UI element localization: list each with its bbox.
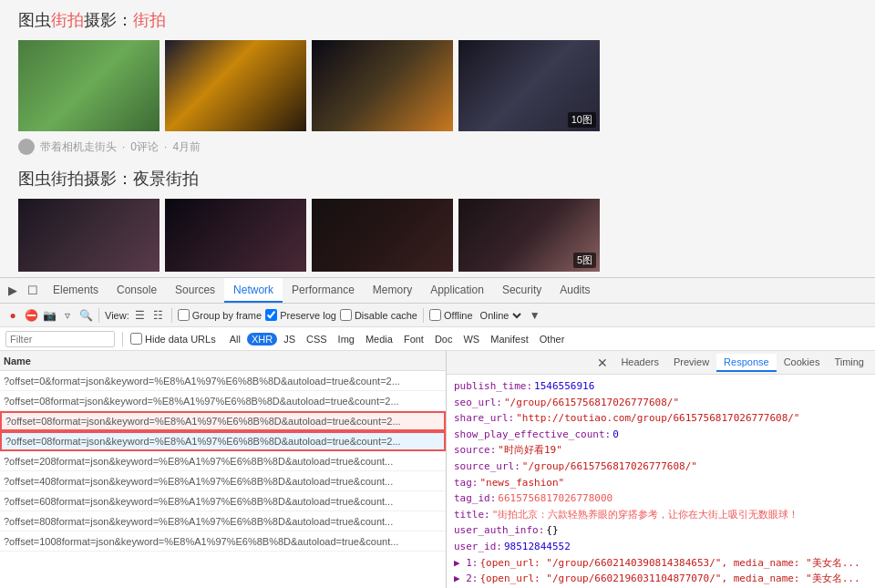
details-row: publish_time: 1546556916 xyxy=(454,378,868,395)
filter-img[interactable]: Img xyxy=(334,333,359,346)
page-content: 图虫街拍摄影：街拍 10图 带着相机走街头 · 0评论 · 4月前 图虫街拍摄影… xyxy=(0,0,875,277)
details-row: seo_url: "/group/6615756817026777608/" xyxy=(454,395,868,411)
search-button[interactable]: 🔍 xyxy=(78,308,93,323)
article-1-images: 10图 xyxy=(18,40,857,131)
details-tab-timing[interactable]: Timing xyxy=(827,354,871,372)
request-rows[interactable]: ?offset=0&format=json&keyword=%E8%A1%97%… xyxy=(0,371,446,588)
details-row: tag_id: 6615756817026778000 xyxy=(454,490,868,507)
hide-data-urls-label[interactable]: Hide data URLs xyxy=(130,333,216,345)
image-thumb-2 xyxy=(165,40,306,131)
preserve-log-checkbox[interactable] xyxy=(265,309,277,321)
details-tab-preview[interactable]: Preview xyxy=(666,354,716,372)
article-1: 图虫街拍摄影：街拍 10图 带着相机走街头 · 0评论 · 4月前 xyxy=(18,9,857,155)
request-row[interactable]: ?offset=0&format=json&keyword=%E8%A1%97%… xyxy=(0,371,446,391)
filter-button[interactable]: ▿ xyxy=(60,308,75,323)
tab-memory[interactable]: Memory xyxy=(364,278,421,303)
details-close-btn[interactable]: ✕ xyxy=(592,356,613,370)
filter-all[interactable]: All xyxy=(225,333,245,346)
toolbar-divider-3 xyxy=(423,308,424,323)
request-list-header: Name xyxy=(0,351,446,371)
article-2-title: 图虫街拍摄影：夜景街拍 xyxy=(18,168,857,190)
filter-doc[interactable]: Doc xyxy=(430,333,458,346)
details-row: share_url: "http://toutiao.com/group/661… xyxy=(454,410,868,427)
image-thumb-4: 10图 xyxy=(458,40,600,131)
details-tab-cookies[interactable]: Cookies xyxy=(777,354,828,372)
list-view-btn[interactable]: ☰ xyxy=(133,308,148,323)
filter-bar: Hide data URLs All XHR JS CSS Img Media … xyxy=(0,327,875,351)
tab-application[interactable]: Application xyxy=(421,278,493,303)
filter-media[interactable]: Media xyxy=(361,333,397,346)
offline-checkbox-label[interactable]: Offline xyxy=(429,309,473,321)
request-row[interactable]: ?offset=1008format=json&keyword=%E8%A1%9… xyxy=(0,531,446,552)
request-row[interactable]: ?offset=408format=json&keyword=%E8%A1%97… xyxy=(0,471,446,491)
toolbar-divider-2 xyxy=(171,308,172,323)
tab-performance[interactable]: Performance xyxy=(283,278,364,303)
details-tab-headers[interactable]: Headers xyxy=(613,354,666,372)
devtools-tab-bar: ▶ ☐ Elements Console Sources Network Per… xyxy=(0,278,875,304)
view-label: View: xyxy=(105,310,129,321)
tab-network[interactable]: Network xyxy=(224,278,283,303)
filter-manifest[interactable]: Manifest xyxy=(486,333,533,346)
device-icon[interactable]: ☐ xyxy=(24,282,42,300)
network-main: Name ?offset=0&format=json&keyword=%E8%A… xyxy=(0,351,875,588)
image-thumb-1 xyxy=(18,40,160,131)
details-row: source_url: "/group/6615756817026777608/… xyxy=(454,459,868,475)
details-row: ▶ 2: {open_url: "/group/6602196031104877… xyxy=(454,571,868,587)
filter-other[interactable]: Other xyxy=(535,333,570,346)
request-row[interactable]: ?offset=08format=json&keyword=%E8%A1%97%… xyxy=(0,391,446,411)
tab-sources[interactable]: Sources xyxy=(166,278,224,303)
network-toolbar: ● ⛔ 📷 ▿ 🔍 View: ☰ ☷ Group by frame Prese… xyxy=(0,304,875,327)
tab-elements[interactable]: Elements xyxy=(44,278,108,303)
image-thumb-8: 5图 xyxy=(458,199,600,272)
inspect-icon[interactable]: ▶ xyxy=(4,282,22,300)
image-badge-1: 10图 xyxy=(568,112,596,128)
article-1-meta: 带着相机走街头 · 0评论 · 4月前 xyxy=(18,139,857,155)
details-tab-response[interactable]: Response xyxy=(716,354,777,372)
toolbar-divider-1 xyxy=(98,308,99,323)
request-row[interactable]: ?offset=208format=json&keyword=%E8%A1%97… xyxy=(0,451,446,471)
filter-xhr[interactable]: XHR xyxy=(247,333,277,346)
throttle-select[interactable]: Online xyxy=(477,309,524,322)
request-row[interactable]: ?offset=08format=json&keyword=%E8%A1%97%… xyxy=(0,431,446,451)
image-badge-2: 5图 xyxy=(573,253,596,268)
details-panel: ✕ Headers Preview Response Cookies Timin… xyxy=(447,351,875,588)
devtools-panel: ▶ ☐ Elements Console Sources Network Per… xyxy=(0,277,875,588)
article-2: 图虫街拍摄影：夜景街拍 5图 xyxy=(18,168,857,272)
camera-button[interactable]: 📷 xyxy=(42,308,57,323)
image-thumb-7 xyxy=(312,199,453,272)
filter-css[interactable]: CSS xyxy=(302,333,332,346)
author-avatar xyxy=(18,139,35,155)
details-row: ▶ 1: {open_url: "/group/6602140390814384… xyxy=(454,555,868,572)
filter-input[interactable] xyxy=(5,331,115,347)
details-tab-bar: ✕ Headers Preview Response Cookies Timin… xyxy=(447,351,875,375)
offline-checkbox[interactable] xyxy=(429,309,441,321)
filter-font[interactable]: Font xyxy=(399,333,428,346)
throttle-dropdown-icon[interactable]: ▼ xyxy=(528,308,542,323)
request-list: Name ?offset=0&format=json&keyword=%E8%A… xyxy=(0,351,447,588)
image-thumb-3 xyxy=(312,40,453,131)
details-row: title: "街拍北京：六款轻熟养眼的穿搭参考，让你在大街上吸引无数眼球！ xyxy=(454,507,868,523)
request-row[interactable]: ?offset=08format=json&keyword=%E8%A1%97%… xyxy=(0,411,446,431)
group-view-btn[interactable]: ☷ xyxy=(151,308,166,323)
group-frame-checkbox[interactable] xyxy=(178,309,190,321)
details-row: source: "时尚好看19" xyxy=(454,442,868,459)
clear-button[interactable]: ⛔ xyxy=(24,308,38,323)
tab-audits[interactable]: Audits xyxy=(551,278,599,303)
details-row: tag: "news_fashion" xyxy=(454,475,868,491)
hide-data-urls-checkbox[interactable] xyxy=(130,333,142,345)
filter-ws[interactable]: WS xyxy=(458,333,484,346)
request-row[interactable]: ?offset=808format=json&keyword=%E8%A1%97… xyxy=(0,511,446,531)
disable-cache-checkbox[interactable] xyxy=(340,309,352,321)
details-content: publish_time: 1546556916seo_url: "/group… xyxy=(447,375,875,588)
filter-js[interactable]: JS xyxy=(279,333,300,346)
tab-console[interactable]: Console xyxy=(108,278,166,303)
filter-type-buttons: All XHR JS CSS Img Media Font Doc WS Man… xyxy=(225,333,570,346)
group-frame-checkbox-label[interactable]: Group by frame xyxy=(178,309,262,321)
disable-cache-checkbox-label[interactable]: Disable cache xyxy=(340,309,417,321)
details-row: show_play_effective_count: 0 xyxy=(454,427,868,443)
preserve-log-checkbox-label[interactable]: Preserve log xyxy=(265,309,336,321)
request-row[interactable]: ?offset=608format=json&keyword=%E8%A1%97… xyxy=(0,491,446,511)
tab-security[interactable]: Security xyxy=(493,278,551,303)
details-row: user_id: 98512844552 xyxy=(454,539,868,555)
record-button[interactable]: ● xyxy=(5,308,20,323)
